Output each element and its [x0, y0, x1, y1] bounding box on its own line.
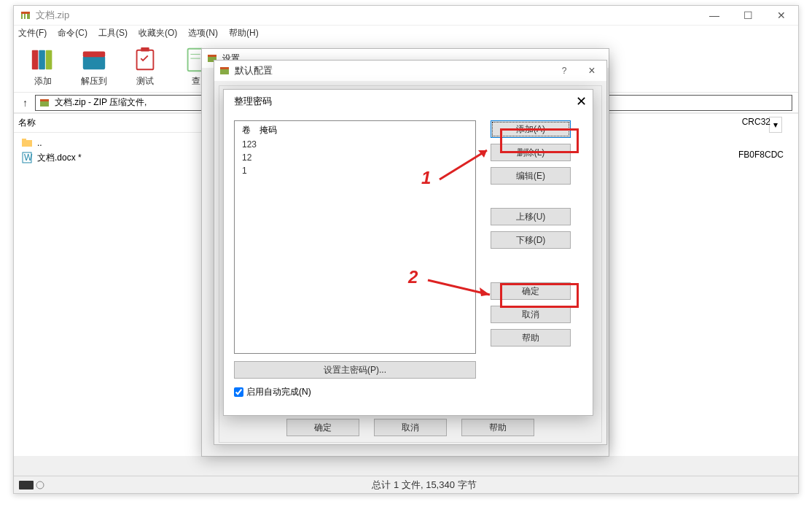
maximize-button[interactable]: ☐	[731, 6, 765, 26]
col-volume: 卷	[242, 124, 259, 136]
menu-command[interactable]: 命令(C)	[58, 27, 87, 39]
close-button[interactable]: ✕	[569, 93, 587, 109]
password-list[interactable]: 卷 掩码 123 12 1	[234, 120, 476, 354]
help-button[interactable]: ?	[551, 66, 577, 76]
menubar[interactable]: 文件(F) 命令(C) 工具(S) 收藏夹(O) 选项(N) 帮助(H)	[14, 26, 798, 42]
svg-rect-1	[21, 12, 30, 14]
add-button[interactable]: 添加(A)	[491, 120, 571, 138]
col-mask: 掩码	[259, 124, 277, 136]
col-name-header[interactable]: 名称	[14, 114, 203, 133]
main-titlebar[interactable]: 文档.zip — ☐ ✕	[14, 6, 798, 26]
close-button[interactable]: ✕	[765, 6, 798, 26]
list-item[interactable]: 123	[242, 139, 475, 152]
clipboard-icon	[131, 46, 159, 74]
winrar-icon	[20, 9, 31, 21]
menu-help[interactable]: 帮助(H)	[229, 27, 259, 39]
close-button[interactable]: ×	[577, 64, 606, 77]
window-title: 文档.zip	[36, 9, 698, 22]
status-text: 总计 1 文件, 15,340 字节	[50, 479, 798, 492]
master-password-button[interactable]: 设置主密码(P)...	[234, 361, 476, 379]
svg-rect-7	[83, 55, 105, 69]
svg-rect-6	[46, 50, 52, 70]
tool-test[interactable]: 测试	[130, 46, 160, 88]
menu-tools[interactable]: 工具(S)	[98, 27, 128, 39]
ok-button[interactable]: 确定	[491, 282, 571, 300]
winrar-icon	[39, 97, 50, 109]
svg-text:W: W	[24, 152, 33, 163]
svg-rect-20	[19, 481, 34, 489]
svg-rect-16	[22, 140, 32, 147]
svg-rect-10	[141, 47, 149, 52]
svg-rect-15	[40, 99, 49, 101]
path-text: 文档.zip - ZIP 压缩文件,	[55, 96, 147, 109]
list-item[interactable]: 12	[242, 152, 475, 166]
organize-passwords-dialog: 整理密码 ✕ 卷 掩码 123 12 1 添加(A) 删除(L) 编辑(E)	[223, 89, 593, 416]
list-item[interactable]: 1	[242, 166, 475, 179]
winrar-icon	[219, 65, 230, 77]
autocomplete-label: 启用自动完成(N)	[246, 386, 311, 398]
drawer-icon	[80, 46, 108, 74]
help-button[interactable]: 帮助	[461, 419, 534, 436]
cancel-button[interactable]: 取消	[374, 419, 447, 436]
remove-button[interactable]: 删除(L)	[491, 144, 571, 161]
movedown-button[interactable]: 下移(D)	[491, 231, 571, 249]
tray-icon	[14, 480, 50, 490]
statusbar: 总计 1 文件, 15,340 字节	[14, 476, 798, 493]
svg-rect-25	[220, 67, 229, 69]
svg-rect-3	[26, 14, 27, 19]
help-button[interactable]: 帮助	[491, 329, 571, 347]
svg-rect-4	[32, 50, 39, 70]
pw-title: 整理密码	[234, 95, 569, 108]
svg-rect-5	[39, 50, 45, 70]
docx-icon: W	[21, 152, 33, 163]
tool-add[interactable]: 添加	[28, 46, 58, 88]
books-icon	[29, 46, 57, 74]
row-doc[interactable]: W 文档.docx *	[21, 150, 195, 165]
folder-icon	[21, 137, 33, 149]
svg-rect-9	[137, 50, 154, 70]
col-crc32[interactable]: CRC32	[736, 115, 776, 128]
svg-rect-23	[208, 55, 216, 57]
menu-file[interactable]: 文件(F)	[18, 27, 47, 39]
minimize-button[interactable]: —	[698, 6, 731, 26]
svg-point-21	[36, 481, 44, 489]
menu-fav[interactable]: 收藏夹(O)	[138, 27, 177, 39]
menu-options[interactable]: 选项(N)	[188, 27, 218, 39]
default-title: 默认配置	[235, 64, 551, 77]
svg-rect-2	[23, 14, 24, 19]
moveup-button[interactable]: 上移(U)	[491, 208, 571, 225]
cancel-button[interactable]: 取消	[491, 306, 571, 323]
row-up[interactable]: ..	[21, 136, 195, 150]
autocomplete-checkbox[interactable]	[234, 387, 243, 397]
svg-rect-8	[83, 52, 105, 58]
tool-extract[interactable]: 解压到	[79, 46, 109, 88]
edit-button[interactable]: 编辑(E)	[491, 167, 571, 185]
ok-button[interactable]: 确定	[286, 419, 359, 436]
crc-value: FB0F8CDC	[738, 150, 784, 160]
svg-rect-17	[22, 139, 26, 141]
up-icon[interactable]: ↑	[23, 97, 28, 109]
